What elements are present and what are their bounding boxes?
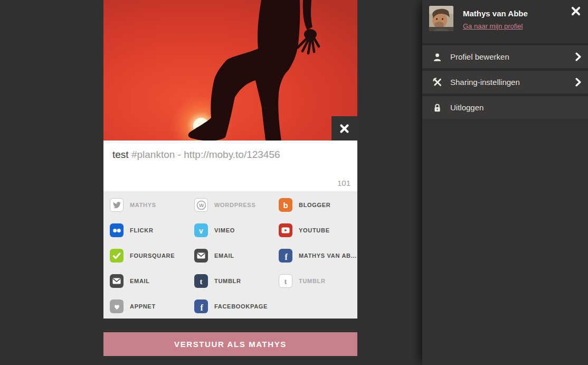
- service-toggle-twitter[interactable]: MATHYS: [110, 192, 194, 218]
- svg-text:f: f: [285, 252, 288, 260]
- profile-link[interactable]: Ga naar mijn profiel: [463, 22, 523, 30]
- caption-card: test #plankton - http://moby.to/123456 1…: [103, 141, 357, 191]
- menu-item-label: Sharing-instellingen: [450, 78, 520, 87]
- caption-lead: test: [112, 149, 129, 160]
- service-toggle-flickr[interactable]: FLICKR: [110, 218, 194, 243]
- svg-text:t: t: [200, 277, 203, 286]
- service-toggle-wordpress[interactable]: WWORDPRESS: [194, 192, 279, 218]
- char-count: 101: [337, 179, 350, 188]
- service-toggle-email[interactable]: EMAIL: [110, 268, 194, 294]
- service-label: WORDPRESS: [214, 202, 255, 208]
- facebook-icon: f: [194, 300, 208, 313]
- menu-item-label: Profiel bewerken: [450, 52, 509, 61]
- service-label: TUMBLR: [214, 278, 241, 284]
- service-toggle-blogger[interactable]: bBLOGGER: [279, 192, 364, 218]
- service-label: FOURSQUARE: [130, 252, 175, 259]
- tumblr-icon: t: [194, 274, 208, 288]
- service-label: EMAIL: [130, 278, 150, 284]
- menu-item-uitloggen[interactable]: Uitloggen: [422, 96, 588, 119]
- service-label: TUMBLR: [299, 278, 326, 284]
- appnet-icon: [110, 300, 124, 313]
- chevron-right-icon: [575, 78, 581, 89]
- email-icon: [110, 274, 124, 288]
- photo-close-button[interactable]: [331, 116, 357, 141]
- service-toggle-vimeo[interactable]: vVIMEO: [194, 218, 279, 243]
- service-toggle-email[interactable]: EMAIL: [194, 243, 279, 268]
- user-icon: [431, 52, 443, 62]
- facebook-icon: f: [279, 249, 292, 263]
- service-label: APPNET: [130, 303, 156, 310]
- svg-text:v: v: [199, 227, 203, 235]
- composer-column: test #plankton - http://moby.to/123456 1…: [103, 0, 357, 356]
- service-toggle-tumblr[interactable]: tTUMBLR: [279, 268, 364, 294]
- close-icon: [339, 123, 350, 134]
- profile-menu: Profiel bewerkenSharing-instellingenUitl…: [422, 43, 588, 119]
- svg-text:b: b: [283, 201, 288, 210]
- service-label: MATHYS VAN AB...: [299, 252, 357, 259]
- profile-name: Mathys van Abbe: [463, 9, 528, 18]
- caption-input[interactable]: test #plankton - http://moby.to/123456: [103, 141, 357, 161]
- vimeo-icon: v: [194, 223, 208, 237]
- svg-text:f: f: [201, 303, 204, 311]
- service-toggle-appnet[interactable]: APPNET: [110, 294, 194, 319]
- close-icon: [571, 6, 581, 18]
- profile-panel-header: Mathys van Abbe Ga naar mijn profiel: [422, 0, 588, 43]
- service-label: YOUTUBE: [299, 227, 330, 233]
- chevron-right-icon: [575, 52, 581, 63]
- flickr-icon: [110, 223, 124, 237]
- profile-panel: Mathys van Abbe Ga naar mijn profiel Pro…: [422, 0, 588, 365]
- service-toggle-youtube[interactable]: YOUTUBE: [279, 218, 364, 243]
- wordpress-icon: W: [194, 198, 208, 212]
- service-label: FACEBOOKPAGE: [214, 303, 268, 310]
- service-label: MATHYS: [130, 202, 156, 208]
- lock-icon: [431, 103, 443, 113]
- caption-rest: #plankton - http://moby.to/123456: [129, 149, 280, 160]
- avatar: [429, 6, 453, 31]
- services-grid: MATHYSWWORDPRESSbBLOGGERFLICKRvVIMEOYOUT…: [103, 191, 357, 319]
- service-label: BLOGGER: [299, 202, 331, 208]
- menu-item-label: Uitloggen: [450, 103, 483, 112]
- youtube-icon: [279, 223, 292, 237]
- sunset-silhouette-image: [103, 0, 357, 141]
- twitter-icon: [110, 198, 124, 212]
- menu-item-profiel-bewerken[interactable]: Profiel bewerken: [422, 45, 588, 68]
- service-toggle-facebook[interactable]: fFACEBOOKPAGE: [194, 294, 279, 319]
- service-toggle-foursquare[interactable]: FOURSQUARE: [110, 243, 194, 268]
- svg-text:t: t: [284, 277, 287, 286]
- blogger-icon: b: [279, 198, 292, 212]
- service-label: FLICKR: [130, 227, 154, 233]
- send-button[interactable]: VERSTUUR ALS MATHYS: [103, 332, 357, 356]
- email-icon: [194, 249, 208, 263]
- service-label: EMAIL: [214, 252, 234, 259]
- tools-icon: [431, 77, 443, 87]
- service-toggle-tumblr[interactable]: tTUMBLR: [194, 268, 279, 294]
- panel-close-button[interactable]: [570, 6, 582, 18]
- foursquare-icon: [110, 249, 124, 263]
- tumblr-icon: t: [279, 274, 292, 288]
- post-photo: [103, 0, 357, 141]
- service-label: VIMEO: [214, 227, 235, 233]
- menu-item-sharing-instellingen[interactable]: Sharing-instellingen: [422, 71, 588, 93]
- svg-text:W: W: [199, 202, 204, 208]
- service-toggle-facebook[interactable]: fMATHYS VAN AB...: [279, 243, 364, 268]
